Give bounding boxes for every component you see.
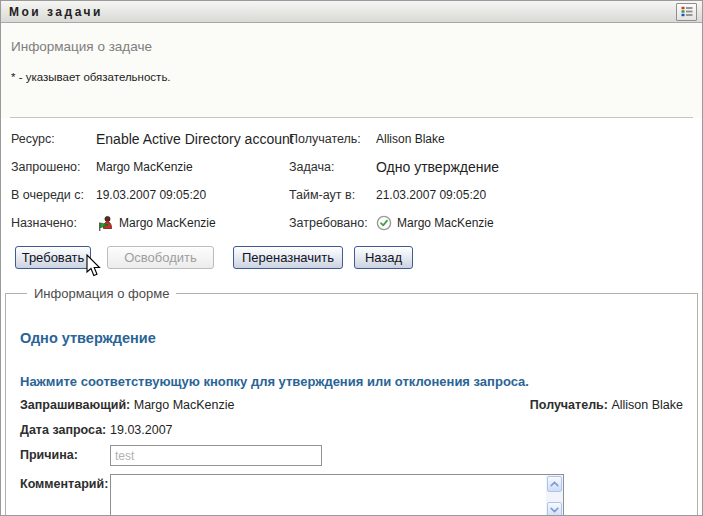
- chevron-up-icon: [550, 481, 559, 487]
- field-label-timeout: Тайм-аут в:: [289, 181, 376, 209]
- recipient-label: Получатель:: [530, 398, 608, 412]
- assigned-to-name: Margo MacKenzie: [119, 216, 216, 230]
- reason-label: Причина:: [20, 445, 110, 462]
- reason-input[interactable]: [110, 445, 322, 466]
- action-button-row: Требовать Освободить Переназначить Назад: [1, 237, 702, 269]
- my-tasks-portlet: Мои задачи Информация о задаче * - указы…: [0, 0, 703, 516]
- portlet-options-button[interactable]: [676, 3, 697, 21]
- field-value-requested-by: Margo MacKenzie: [96, 153, 289, 181]
- comment-scrollbar[interactable]: [546, 475, 563, 516]
- requester-value: Margo MacKenzie: [134, 398, 235, 412]
- titlebar: Мои задачи: [1, 1, 702, 23]
- recipient-value: Allison Blake: [611, 398, 683, 412]
- requester-pair: Запрашивающий: Margo MacKenzie: [20, 398, 234, 412]
- chevron-down-icon: [550, 507, 559, 513]
- comment-label: Комментарий:: [20, 474, 110, 491]
- requester-label: Запрашивающий:: [20, 398, 130, 412]
- field-label-resource: Ресурс:: [11, 125, 96, 153]
- portlet-options-grid-icon: [681, 6, 693, 17]
- scroll-down-button[interactable]: [547, 502, 562, 516]
- recipient-pair: Получатель: Allison Blake: [530, 398, 683, 412]
- task-detail-grid: Ресурс: Enable Active Directory account …: [1, 118, 702, 237]
- window-title: Мои задачи: [9, 5, 676, 19]
- field-value-timeout: 21.03.2007 09:05:20: [376, 181, 702, 209]
- comment-textarea-wrap: [110, 474, 564, 516]
- field-value-assigned-to: Margo MacKenzie: [96, 209, 289, 237]
- back-button[interactable]: Назад: [354, 246, 413, 269]
- field-label-requested-by: Запрошено:: [11, 153, 96, 181]
- claim-button[interactable]: Требовать: [15, 246, 91, 269]
- section-title-task-info: Информация о задаче: [1, 23, 702, 54]
- request-date-row: Дата запроса: 19.03.2007: [20, 420, 683, 437]
- task-info-header-section: Информация о задаче * - указывает обязат…: [1, 23, 702, 118]
- field-value-task: Одно утверждение: [376, 153, 702, 181]
- request-date-label: Дата запроса:: [20, 420, 110, 437]
- form-instruction: Нажмите соответствующую кнопку для утвер…: [20, 374, 683, 389]
- field-value-in-queue-since: 19.03.2007 09:05:20: [96, 181, 289, 209]
- field-label-in-queue-since: В очереди с:: [11, 181, 96, 209]
- release-button[interactable]: Освободить: [107, 246, 214, 269]
- comment-row: Комментарий:: [20, 474, 683, 516]
- form-title: Одно утверждение: [20, 330, 683, 346]
- reason-row: Причина:: [20, 445, 683, 466]
- scroll-up-button[interactable]: [547, 476, 562, 492]
- field-value-resource: Enable Active Directory account: [96, 125, 289, 153]
- form-info-legend: Информация о форме: [27, 286, 176, 301]
- reassign-button[interactable]: Переназначить: [233, 246, 343, 269]
- field-label-recipient: Получатель:: [289, 125, 376, 153]
- section-divider: [10, 117, 693, 118]
- green-check-circle-icon: [376, 215, 392, 231]
- form-info-fieldset: Информация о форме Одно утверждение Нажм…: [5, 286, 698, 516]
- field-value-claimed-by: Margo MacKenzie: [376, 209, 702, 237]
- field-label-assigned-to: Назначено:: [11, 209, 96, 237]
- user-with-green-flag-icon: [96, 215, 114, 232]
- request-date-value: 19.03.2007: [110, 420, 173, 437]
- field-label-task: Задача:: [289, 153, 376, 181]
- requester-recipient-row: Запрашивающий: Margo MacKenzie Получател…: [20, 398, 683, 412]
- claimed-by-name: Margo MacKenzie: [397, 216, 494, 230]
- comment-textarea[interactable]: [111, 475, 548, 516]
- field-value-recipient: Allison Blake: [376, 125, 702, 153]
- field-label-claimed-by: Затребовано:: [289, 209, 376, 237]
- required-fields-note: * - указывает обязательность.: [1, 54, 702, 83]
